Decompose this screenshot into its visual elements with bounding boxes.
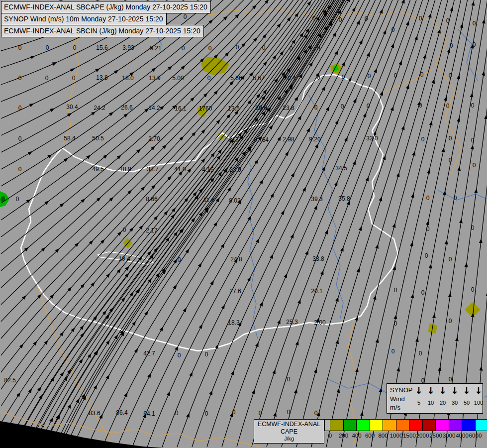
cape-value-label: 0 bbox=[471, 286, 475, 293]
cape-value-label: 38.7 bbox=[147, 166, 159, 173]
cape-value-label: 0 bbox=[391, 348, 395, 355]
cape-scale-tick: 0 bbox=[329, 433, 332, 439]
cape-value-label: 0 bbox=[341, 103, 344, 110]
cape-value-label: 0 bbox=[182, 45, 185, 52]
cape-value-label: 24.2 bbox=[94, 105, 105, 112]
cape-value-label: 0 bbox=[290, 45, 293, 52]
cape-value-label: 30.4 bbox=[66, 104, 78, 111]
cape-value-label: 0 bbox=[16, 196, 19, 203]
cape-value-label: 0 bbox=[312, 15, 316, 22]
synop-legend-title-line: Wind bbox=[390, 395, 412, 404]
cape-scale-ticks: 0200400600800100015002000250030004000600… bbox=[324, 431, 487, 440]
cape-scale-cell bbox=[324, 419, 330, 431]
cape-value-label: 0 bbox=[449, 256, 452, 263]
cape-value-label: 83.6 bbox=[89, 410, 100, 417]
cape-value-label: 0 bbox=[391, 26, 395, 33]
cape-value-label: 13.9 bbox=[149, 75, 161, 82]
cape-value-label: 39.3 bbox=[311, 196, 323, 203]
cape-value-label: 2.17 bbox=[146, 227, 158, 234]
wind-speed-entry: ↓ 30 bbox=[449, 384, 461, 413]
wind-speed-value: 30 bbox=[452, 400, 458, 406]
synop-legend-title: SYNOP Wind m/s bbox=[387, 384, 413, 413]
cape-value-label: 20.4 bbox=[284, 75, 296, 82]
cape-value-label: 14.2 bbox=[148, 105, 160, 112]
cape-scale-cell bbox=[436, 419, 449, 431]
wind-speed-entry: ↓ 5 bbox=[413, 384, 425, 413]
wind-speed-scale: ↓ 5 ↓ 10 ↓ 20 ↓ 30 ↓ 50 ↓ 100 bbox=[413, 384, 486, 413]
down-arrow-icon: ↓ bbox=[475, 384, 483, 396]
cape-value-label: 0 bbox=[449, 72, 452, 79]
cape-scale-cell bbox=[396, 419, 410, 431]
cape-value-label: 0 bbox=[471, 224, 475, 231]
cape-value-label: 20.1 bbox=[311, 288, 323, 295]
cape-value-label: 0 bbox=[473, 162, 476, 169]
wind-speed-value: 100 bbox=[474, 400, 483, 406]
cape-value-label: 5.67 bbox=[253, 75, 265, 82]
cape-scale-cell bbox=[462, 419, 476, 431]
cape-value-label: 0 bbox=[205, 351, 208, 358]
cape-colorbar-label-line: CAPE bbox=[254, 428, 324, 436]
synop-wind-legend: SYNOP Wind m/s ↓ 5 ↓ 10 ↓ 20 ↓ 30 ↓ bbox=[387, 383, 483, 414]
wind-speed-entry: ↓ 10 bbox=[425, 384, 437, 413]
cape-value-label: 39.9 bbox=[255, 105, 267, 112]
synop-legend-title-line: SYNOP bbox=[390, 386, 412, 395]
cape-value-label: 82.5 bbox=[4, 377, 16, 384]
cape-value-label: 0 bbox=[205, 410, 208, 417]
cape-value-label: 0 bbox=[473, 20, 476, 27]
cape-color-cells bbox=[324, 419, 487, 431]
cape-value-label: 0 bbox=[471, 102, 475, 109]
wind-speed-value: 50 bbox=[464, 400, 470, 406]
weather-map: 0000000000015.63.939.210000000000013.818… bbox=[0, 0, 487, 448]
cape-value-label: 9.21 bbox=[150, 45, 162, 52]
cape-value-label: 0 bbox=[287, 409, 291, 416]
cape-scale-cell bbox=[357, 419, 370, 431]
down-arrow-icon: ↓ bbox=[415, 384, 423, 396]
cape-value-label: 0 bbox=[473, 41, 476, 48]
cape-scale-cell bbox=[476, 419, 487, 431]
cape-value-label: 0 bbox=[394, 72, 397, 79]
cape-value-label: 2.00 bbox=[314, 319, 326, 326]
weather-map-viewport: 0000000000015.63.939.210000000000013.818… bbox=[0, 0, 487, 448]
cape-value-label: 50.5 bbox=[92, 135, 104, 142]
cape-value-label: 8.66 bbox=[146, 196, 158, 203]
cape-scale-cell bbox=[383, 419, 396, 431]
cape-value-label: 18.0 bbox=[122, 75, 134, 82]
cape-color-scale: 0200400600800100015002000250030004000600… bbox=[324, 419, 487, 443]
cape-value-label: 0 bbox=[73, 44, 77, 51]
cape-scale-tick: 600 bbox=[365, 433, 375, 439]
cape-scale-cell bbox=[423, 419, 436, 431]
cape-scale-tick: 4000 bbox=[456, 433, 469, 439]
cape-value-label: 33.8 bbox=[312, 255, 324, 262]
cape-value-label: 0 bbox=[471, 137, 475, 144]
cape-value-label: 317 bbox=[229, 136, 239, 143]
cape-colorbar-label: ECMWF-INDEX-ANAL CAPE J/kg bbox=[254, 419, 324, 444]
cape-value-label: 0 bbox=[178, 256, 181, 263]
cape-value-label: 27.6 bbox=[229, 288, 241, 295]
cape-colorbar-label-line: ECMWF-INDEX-ANAL bbox=[254, 421, 324, 428]
cape-value-label: 16.1 bbox=[175, 105, 187, 112]
cape-value-label: 0 bbox=[394, 320, 397, 327]
cape-value-label: 9.20 bbox=[309, 136, 321, 143]
wind-speed-entry: ↓ 50 bbox=[461, 384, 473, 413]
cape-scale-tick: 1500 bbox=[403, 433, 416, 439]
cape-value-label: 2.70 bbox=[148, 135, 160, 142]
cape-value-label: 0 bbox=[175, 410, 179, 417]
cape-value-label: 0 bbox=[207, 75, 211, 82]
cape-value-label: 0 bbox=[454, 195, 457, 202]
cape-value-label: 0 bbox=[365, 15, 368, 22]
cape-value-label: 0 bbox=[450, 42, 453, 49]
cape-value-label: 86.4 bbox=[116, 409, 128, 416]
cape-value-label: 18.9 bbox=[119, 166, 131, 173]
cape-colorbar-unit: J/kg bbox=[254, 436, 324, 442]
cape-value-label: 0 bbox=[317, 45, 320, 52]
cape-value-label: 24.8 bbox=[230, 256, 242, 263]
sbcin-title: ECMWF-INDEX-ANAL SBCIN (J/kg) Monday 27-… bbox=[1, 25, 204, 37]
cape-value-label: 0 bbox=[45, 75, 49, 82]
cape-value-label: 13.8 bbox=[96, 74, 108, 81]
cape-value-label: 26.6 bbox=[121, 104, 133, 111]
cape-value-label: 1760 bbox=[199, 105, 212, 112]
cape-value-label: 0 bbox=[287, 376, 291, 383]
cape-value-label: 0 bbox=[449, 157, 452, 164]
cape-scale-tick: 400 bbox=[352, 433, 361, 439]
cape-value-label: 0 bbox=[419, 15, 422, 22]
